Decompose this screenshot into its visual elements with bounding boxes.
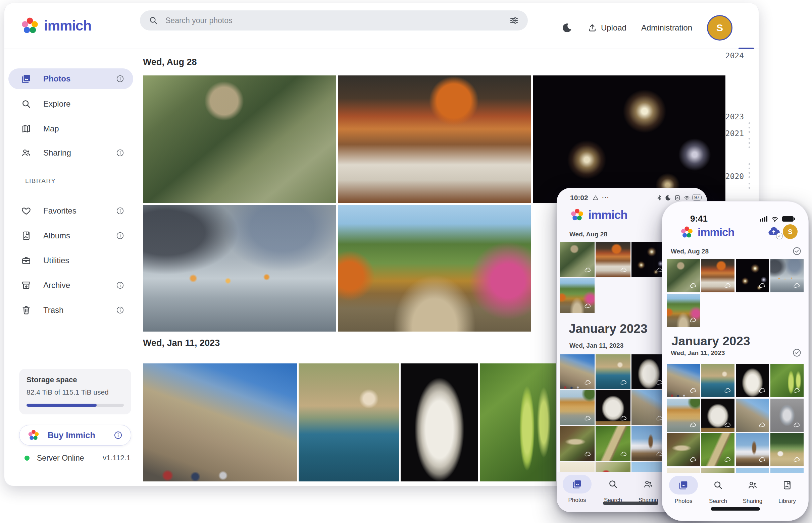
info-icon[interactable] xyxy=(116,148,124,157)
phone-tab-search[interactable]: Search xyxy=(598,475,628,504)
cloud-backup-icon xyxy=(758,456,766,464)
photo-fireworks[interactable] xyxy=(736,259,769,292)
immich-logo[interactable]: immich xyxy=(20,16,91,35)
photo-coastal[interactable] xyxy=(701,364,735,397)
scrubber-year-2024[interactable]: 2024 xyxy=(725,51,744,60)
date-group-header: Wed, Jan 11, 2023 xyxy=(569,342,623,349)
photo-hands[interactable] xyxy=(143,205,336,331)
info-icon[interactable] xyxy=(116,306,124,314)
sharing-icon xyxy=(21,148,31,158)
photo-dinner[interactable] xyxy=(701,259,735,292)
photo-fireworks[interactable] xyxy=(632,242,667,277)
cloud-backup-icon xyxy=(584,414,592,422)
scrubber-tick-dots[interactable] xyxy=(748,162,751,180)
cloud-backup-icon xyxy=(793,421,801,429)
photo-fortress[interactable] xyxy=(560,354,594,389)
photo-rock[interactable] xyxy=(595,390,630,425)
photo-coastal[interactable] xyxy=(299,363,399,482)
search-filters-icon[interactable] xyxy=(509,15,519,25)
photo-seagrapes[interactable] xyxy=(480,363,556,482)
phone-photo-grid xyxy=(667,259,804,328)
scrubber-year-2020[interactable]: 2020 xyxy=(725,172,744,181)
sidebar-item-map[interactable]: Map xyxy=(8,118,133,139)
server-online-dot xyxy=(24,456,30,461)
user-avatar[interactable]: S xyxy=(783,224,798,239)
photo-bust[interactable] xyxy=(736,364,769,397)
cloud-backup-icon xyxy=(584,302,592,310)
info-icon[interactable] xyxy=(114,431,123,440)
home-indicator[interactable] xyxy=(711,507,760,510)
user-avatar[interactable]: S xyxy=(707,15,732,40)
photo-trophy[interactable] xyxy=(771,399,804,432)
search-input[interactable] xyxy=(165,16,509,25)
scrubber-tick-dots[interactable] xyxy=(748,181,751,191)
sidebar-item-favorites[interactable]: Favorites xyxy=(8,200,133,221)
photo-lizard1[interactable] xyxy=(667,433,700,466)
photo-monkeys[interactable] xyxy=(667,259,700,292)
photo-path[interactable] xyxy=(667,294,700,327)
photo-lizard1[interactable] xyxy=(560,426,594,461)
home-indicator[interactable] xyxy=(603,502,658,505)
photo-monkeys[interactable] xyxy=(143,75,336,203)
phone-tab-photos[interactable]: Photos xyxy=(668,476,698,505)
sharing-icon xyxy=(643,479,653,489)
albums-icon xyxy=(21,231,31,241)
phone-tab-sharing[interactable]: Sharing xyxy=(738,476,768,505)
scrubber-year-2023[interactable]: 2023 xyxy=(725,112,744,121)
immich-flower-icon xyxy=(570,208,584,222)
info-icon[interactable] xyxy=(116,74,124,83)
photo-fireworks[interactable] xyxy=(533,75,725,203)
photo-fortress[interactable] xyxy=(667,364,700,397)
phone-tab-search[interactable]: Search xyxy=(703,476,733,505)
photo-lizard2[interactable] xyxy=(701,433,735,466)
sidebar-item-trash[interactable]: Trash xyxy=(8,300,133,321)
month-header: January 2023 xyxy=(671,334,750,348)
photo-beachcliff[interactable] xyxy=(560,390,594,425)
scrubber-year-2021[interactable]: 2021 xyxy=(725,129,744,138)
phone-tab-photos[interactable]: Photos xyxy=(562,475,592,504)
sidebar-item-archive[interactable]: Archive xyxy=(8,275,133,296)
search-bar[interactable] xyxy=(140,11,528,31)
upload-button[interactable]: Upload xyxy=(588,23,626,33)
scrubber-tick-dots[interactable] xyxy=(748,121,751,134)
photo-dinner[interactable] xyxy=(338,75,531,203)
photo-seagrapes[interactable] xyxy=(771,364,804,397)
phone-tab-library[interactable]: Library xyxy=(772,476,802,505)
photo-church[interactable] xyxy=(736,433,769,466)
photo-path[interactable] xyxy=(560,278,594,313)
theme-toggle-moon-icon[interactable] xyxy=(562,22,573,34)
status-time: 9:41 xyxy=(690,214,708,224)
select-day-check-icon[interactable] xyxy=(792,348,801,357)
photo-church[interactable] xyxy=(632,426,667,461)
wifi-icon xyxy=(771,215,779,223)
info-icon[interactable] xyxy=(116,281,124,290)
buy-immich-button[interactable]: Buy Immich xyxy=(19,425,131,446)
phone-tab-sharing[interactable]: Sharing xyxy=(633,475,663,504)
photo-bust[interactable] xyxy=(632,354,667,389)
sidebar-item-explore[interactable]: Explore xyxy=(8,93,133,114)
sidebar-item-albums[interactable]: Albums xyxy=(8,225,133,246)
administration-link[interactable]: Administration xyxy=(641,23,692,33)
photo-rock[interactable] xyxy=(701,399,735,432)
photo-hands[interactable] xyxy=(771,259,804,292)
photo-farm[interactable] xyxy=(771,433,804,466)
info-icon[interactable] xyxy=(116,231,124,240)
photo-dinner[interactable] xyxy=(595,242,630,277)
photo-beachcliff[interactable] xyxy=(667,399,700,432)
photo-ruins[interactable] xyxy=(736,399,769,432)
photo-bust[interactable] xyxy=(401,363,478,482)
select-day-check-icon[interactable] xyxy=(792,247,801,256)
sidebar-item-utilities[interactable]: Utilities xyxy=(8,250,133,271)
photo-ruins[interactable] xyxy=(632,390,667,425)
date-group-header: Wed, Jan 11, 2023 xyxy=(671,349,725,357)
photo-path[interactable] xyxy=(338,205,531,331)
scrubber-tick-dots[interactable] xyxy=(748,137,751,150)
photo-monkeys[interactable] xyxy=(560,242,594,277)
sidebar-item-sharing[interactable]: Sharing xyxy=(8,143,133,163)
sidebar-item-photos[interactable]: Photos xyxy=(8,68,133,89)
photo-coastal[interactable] xyxy=(595,354,630,389)
photo-fortress[interactable] xyxy=(143,363,297,482)
info-icon[interactable] xyxy=(116,206,124,215)
photo-lizard2[interactable] xyxy=(595,426,630,461)
cloud-backup-status-icon[interactable]: ✓ xyxy=(766,225,781,238)
